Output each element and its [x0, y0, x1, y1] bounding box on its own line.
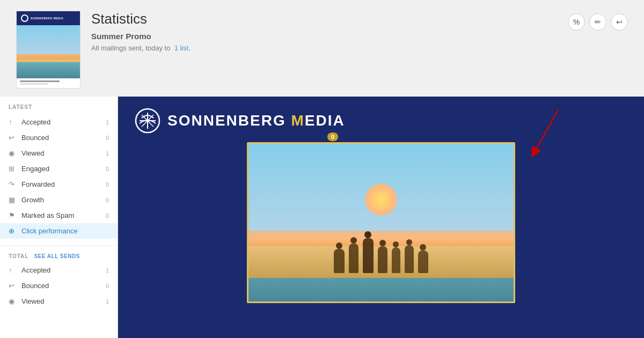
sidebar-bounced-count: 0	[101, 135, 109, 141]
total-label: TOTAL	[9, 253, 28, 259]
forward-icon: ↷	[9, 180, 17, 188]
sidebar-total-accepted-label: Accepted	[21, 266, 101, 274]
bounce-icon: ↩	[9, 134, 17, 142]
spam-icon: ⚑	[9, 211, 17, 219]
person-6-head	[406, 239, 412, 245]
brand-rest: EDIA	[305, 112, 345, 129]
email-thumbnail: SONNENBERG MEDIA	[16, 11, 80, 89]
sidebar-total-accepted-count: 1	[101, 267, 109, 274]
sidebar-item-spam[interactable]: ⚑ Marked as Spam 0	[0, 208, 118, 223]
thumb-line-2	[20, 83, 48, 85]
beach-people	[334, 238, 428, 273]
person-6	[405, 245, 414, 273]
sidebar-total-accepted[interactable]: ↑ Accepted 1	[0, 262, 118, 278]
list-link[interactable]: 1 list.	[174, 44, 191, 52]
beach-sun	[365, 183, 397, 216]
sidebar-item-engaged[interactable]: ⊞ Engaged 0	[0, 161, 118, 177]
brand-m: M	[291, 112, 304, 129]
sidebar-growth-label: Growth	[21, 196, 101, 204]
sidebar-engaged-label: Engaged	[21, 165, 101, 173]
content-row: LATEST ↑ Accepted 1 ↩ Bounced 0 ◉ Viewed…	[0, 97, 644, 338]
total-accept-icon: ↑	[9, 266, 17, 274]
sidebar-accepted-count: 1	[101, 119, 109, 126]
thumb-water	[17, 62, 80, 78]
thumb-line-1	[20, 80, 60, 82]
thumb-image	[17, 25, 80, 78]
thumb-text-lines	[17, 78, 80, 88]
thumb-sky	[17, 25, 80, 54]
see-all-sends-link[interactable]: SEE ALL SENDS	[34, 253, 79, 259]
person-5-head	[393, 241, 399, 247]
sidebar-item-growth[interactable]: ▦ Growth 0	[0, 192, 118, 208]
sidebar-growth-count: 0	[101, 197, 109, 203]
growth-icon: ▦	[9, 196, 17, 204]
sidebar-item-click-performance[interactable]: ⊕ Click performance	[0, 223, 118, 239]
sidebar-total-bounced-count: 0	[101, 283, 109, 289]
sidebar-accepted-label: Accepted	[21, 118, 101, 126]
view-icon: ◉	[9, 149, 17, 157]
sidebar-engaged-count: 0	[101, 166, 109, 172]
latest-section: LATEST ↑ Accepted 1 ↩ Bounced 0 ◉ Viewed…	[0, 97, 118, 243]
engage-icon: ⊞	[9, 165, 17, 173]
sidebar-bounced-label: Bounced	[21, 134, 101, 142]
sidebar-spam-count: 0	[101, 212, 109, 219]
person-5	[392, 247, 400, 273]
email-preview-container: SONNENBERG MEDIA 0	[118, 97, 644, 338]
sidebar-forwarded-count: 0	[101, 181, 109, 188]
back-button[interactable]: ↩	[611, 13, 628, 31]
person-2-head	[350, 237, 357, 244]
beach-preview-image	[247, 142, 515, 303]
preview-brand-name: SONNENBERG MEDIA	[167, 112, 345, 129]
thumb-logo-circle	[21, 14, 28, 22]
sidebar-total-viewed[interactable]: ◉ Viewed 1	[0, 293, 118, 309]
sidebar-total-viewed-label: Viewed	[21, 297, 101, 305]
main-preview: SONNENBERG MEDIA 0	[118, 97, 644, 338]
campaign-name: Summer Promo	[91, 32, 557, 41]
desc-text: All mailings sent, today to	[91, 44, 170, 52]
sidebar-item-accepted[interactable]: ↑ Accepted 1	[0, 114, 118, 130]
email-preview-inner: SONNENBERG MEDIA 0	[118, 97, 644, 338]
sidebar-item-viewed[interactable]: ◉ Viewed 1	[0, 145, 118, 161]
person-7	[418, 251, 428, 273]
click-icon: ⊕	[9, 227, 17, 235]
sidebar-total-bounced[interactable]: ↩ Bounced 0	[0, 278, 118, 293]
thumb-logo-text: SONNENBERG MEDIA	[31, 17, 63, 20]
person-4	[378, 246, 387, 273]
click-count-badge: 0	[327, 133, 338, 141]
header-actions: % ✏ ↩	[568, 11, 628, 31]
sidebar-viewed-count: 1	[101, 150, 109, 157]
total-view-icon: ◉	[9, 297, 17, 305]
person-7-head	[420, 244, 426, 251]
preview-top-bar: SONNENBERG MEDIA	[118, 97, 644, 142]
sidebar-spam-label: Marked as Spam	[21, 211, 101, 219]
person-4-head	[379, 240, 386, 246]
beach-image-wrapper	[247, 142, 515, 303]
header-content: Statistics Summer Promo All mailings sen…	[91, 11, 557, 52]
accept-icon: ↑	[9, 118, 17, 126]
percent-button[interactable]: %	[568, 13, 585, 31]
person-3	[363, 238, 374, 273]
sidebar-click-label: Click performance	[21, 227, 109, 235]
sonnenberg-logo-icon	[134, 107, 161, 134]
sidebar-total-viewed-count: 1	[101, 298, 109, 305]
person-1	[334, 249, 345, 273]
sidebar-item-bounced[interactable]: ↩ Bounced 0	[0, 130, 118, 145]
total-bounce-icon: ↩	[9, 282, 17, 290]
brand-text: SONNENBERG	[167, 112, 291, 129]
sidebar-item-forwarded[interactable]: ↷ Forwarded 0	[0, 177, 118, 192]
person-3-head	[364, 231, 371, 238]
person-2	[349, 244, 358, 273]
sidebar-forwarded-label: Forwarded	[21, 180, 101, 188]
sidebar: LATEST ↑ Accepted 1 ↩ Bounced 0 ◉ Viewed…	[0, 97, 118, 338]
sidebar-viewed-label: Viewed	[21, 149, 101, 157]
page-title: Statistics	[91, 11, 557, 27]
person-1-head	[336, 243, 342, 249]
thumb-header: SONNENBERG MEDIA	[17, 11, 80, 25]
header-description: All mailings sent, today to 1 list.	[91, 44, 557, 52]
edit-button[interactable]: ✏	[589, 13, 606, 31]
sidebar-divider	[0, 245, 118, 246]
latest-label: LATEST	[0, 104, 118, 114]
app-container: SONNENBERG MEDIA Statistics Summer Promo…	[0, 0, 644, 338]
header-area: SONNENBERG MEDIA Statistics Summer Promo…	[0, 0, 644, 97]
sidebar-total-bounced-label: Bounced	[21, 282, 101, 290]
